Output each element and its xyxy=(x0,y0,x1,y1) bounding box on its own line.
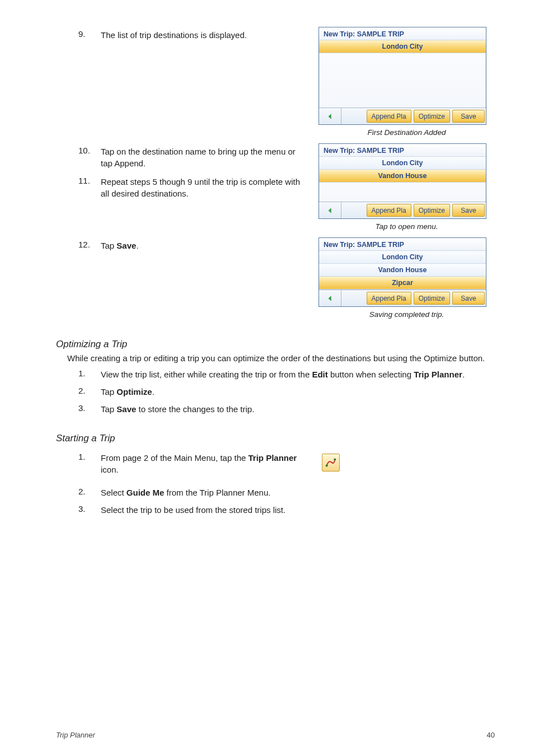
start-step-1: 1. From page 2 of the Main Menu, tap the… xyxy=(78,452,307,475)
step-num: 12. xyxy=(78,240,101,251)
step-11: 11. Repeat steps 5 though 9 until the tr… xyxy=(78,176,307,199)
append-button[interactable]: Append Pla xyxy=(367,110,411,123)
back-button[interactable] xyxy=(319,108,341,124)
list-item[interactable]: London City xyxy=(319,251,486,264)
heading-optimizing: Optimizing a Trip xyxy=(56,339,495,350)
save-button[interactable]: Save xyxy=(452,110,485,123)
step-text: Tap on the destination name to bring up … xyxy=(101,146,307,169)
list-item[interactable]: Vandon House xyxy=(319,170,486,183)
svg-point-0 xyxy=(326,464,328,466)
step-text: Select Guide Me from the Trip Planner Me… xyxy=(101,487,495,498)
screenshot-saving-trip: New Trip: SAMPLE TRIP London City Vandon… xyxy=(318,237,486,307)
step-num: 1. xyxy=(78,368,101,380)
page-footer: Trip Planner 40 xyxy=(56,731,495,739)
footer-section: Trip Planner xyxy=(56,731,95,739)
start-step-3: 3. Select the trip to be used from the s… xyxy=(78,504,495,516)
back-arrow-icon xyxy=(326,295,334,302)
step-text: Tap Optimize. xyxy=(101,386,495,398)
optimize-button[interactable]: Optimize xyxy=(414,292,450,305)
step-text: Tap Save to store the changes to the tri… xyxy=(101,403,495,415)
mock-button-bar: Append Pla Optimize Save xyxy=(319,202,486,218)
step-text: Repeat steps 5 though 9 until the trip i… xyxy=(101,176,307,199)
step-num: 9. xyxy=(78,29,101,41)
start-step-2: 2. Select Guide Me from the Trip Planner… xyxy=(78,487,495,498)
trip-planner-icon xyxy=(322,454,340,472)
step-10: 10. Tap on the destination name to bring… xyxy=(78,146,307,169)
mock-title: New Trip: SAMPLE TRIP xyxy=(319,144,486,157)
step-num: 3. xyxy=(78,403,101,415)
back-button[interactable] xyxy=(319,202,341,218)
append-button[interactable]: Append Pla xyxy=(367,292,411,305)
save-button[interactable]: Save xyxy=(452,204,485,217)
step-text: The list of trip destinations is display… xyxy=(101,29,307,41)
caption: Saving completed trip. xyxy=(318,310,495,319)
heading-starting: Starting a Trip xyxy=(56,433,495,444)
caption: First Destination Added xyxy=(318,128,495,137)
mock-list: London City xyxy=(319,40,486,108)
optimizing-intro: While creating a trip or editing a trip … xyxy=(67,352,495,364)
caption: Tap to open menu. xyxy=(318,222,495,231)
step-text: Tap Save. xyxy=(101,240,307,251)
step-num: 1. xyxy=(78,452,101,475)
footer-page-number: 40 xyxy=(487,731,495,739)
save-button[interactable]: Save xyxy=(452,292,485,305)
trip-route-icon xyxy=(325,456,337,469)
mock-list: London City Vandon House xyxy=(319,157,486,202)
mock-button-bar: Append Pla Optimize Save xyxy=(319,108,486,124)
step-num: 10. xyxy=(78,146,101,169)
back-arrow-icon xyxy=(326,207,334,214)
screenshot-tap-to-open: New Trip: SAMPLE TRIP London City Vandon… xyxy=(318,143,486,219)
step-num: 2. xyxy=(78,487,101,498)
step-text: Select the trip to be used from the stor… xyxy=(101,504,495,516)
append-button[interactable]: Append Pla xyxy=(367,204,411,217)
optimize-button[interactable]: Optimize xyxy=(414,110,450,123)
step-text: View the trip list, either while creatin… xyxy=(101,368,495,380)
optimize-button[interactable]: Optimize xyxy=(414,204,450,217)
list-item[interactable]: London City xyxy=(319,157,486,170)
opt-step-3: 3. Tap Save to store the changes to the … xyxy=(78,403,495,415)
back-arrow-icon xyxy=(326,113,334,120)
step-num: 2. xyxy=(78,386,101,398)
mock-title: New Trip: SAMPLE TRIP xyxy=(319,27,486,40)
step-num: 3. xyxy=(78,504,101,516)
list-item[interactable]: London City xyxy=(319,40,486,53)
step-12: 12. Tap Save. xyxy=(78,240,307,251)
mock-list: London City Vandon House Zipcar xyxy=(319,251,486,290)
mock-button-bar: Append Pla Optimize Save xyxy=(319,290,486,306)
step-9: 9. The list of trip destinations is disp… xyxy=(78,29,307,41)
mock-title: New Trip: SAMPLE TRIP xyxy=(319,238,486,251)
back-button[interactable] xyxy=(319,290,341,306)
list-item[interactable]: Zipcar xyxy=(319,277,486,290)
opt-step-2: 2. Tap Optimize. xyxy=(78,386,495,398)
svg-point-1 xyxy=(334,458,336,460)
step-num: 11. xyxy=(78,176,101,199)
step-text: From page 2 of the Main Menu, tap the Tr… xyxy=(101,452,307,475)
screenshot-first-destination: New Trip: SAMPLE TRIP London City Append… xyxy=(318,27,486,125)
opt-step-1: 1. View the trip list, either while crea… xyxy=(78,368,495,380)
list-item[interactable]: Vandon House xyxy=(319,264,486,277)
